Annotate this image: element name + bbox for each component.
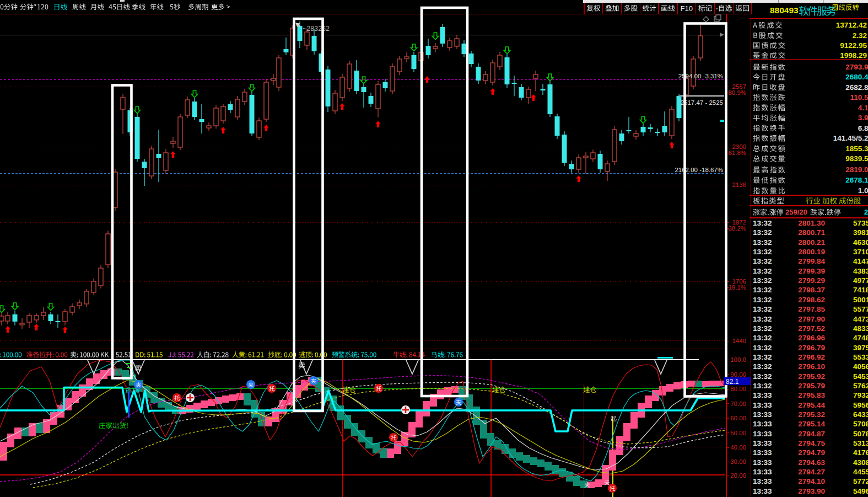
svg-text:46307: 46307 xyxy=(853,238,868,247)
svg-text:13:33: 13:33 xyxy=(753,391,772,399)
svg-text:2794.79: 2794.79 xyxy=(798,448,825,457)
svg-text:880493: 880493 xyxy=(770,6,799,15)
svg-text:2801.30: 2801.30 xyxy=(798,219,825,227)
svg-text:13:33: 13:33 xyxy=(753,487,772,495)
svg-text:259/20: 259/20 xyxy=(785,208,807,216)
svg-text:57359: 57359 xyxy=(853,219,868,227)
svg-text:2794.63: 2794.63 xyxy=(798,458,825,467)
svg-text:13:33: 13:33 xyxy=(753,477,772,485)
svg-text:13:32: 13:32 xyxy=(753,362,772,371)
svg-text:2798.62: 2798.62 xyxy=(798,296,825,304)
svg-text:61.8%: 61.8% xyxy=(728,149,746,156)
svg-text:2796.79: 2796.79 xyxy=(798,344,825,352)
svg-text:38.2%: 38.2% xyxy=(728,225,746,232)
svg-text:~283262: ~283262 xyxy=(303,25,330,33)
svg-text:41477: 41477 xyxy=(853,257,868,265)
svg-text:2819.06: 2819.06 xyxy=(845,165,868,174)
svg-text:13:32: 13:32 xyxy=(753,315,772,323)
svg-text:44555: 44555 xyxy=(853,468,868,476)
svg-text:1998.29: 1998.29 xyxy=(840,51,867,60)
svg-text:2136: 2136 xyxy=(732,181,746,188)
svg-text:40566: 40566 xyxy=(853,362,868,371)
svg-text:13:32: 13:32 xyxy=(753,267,772,275)
svg-text:2797.52: 2797.52 xyxy=(798,324,825,333)
svg-text:50013: 50013 xyxy=(853,296,868,304)
svg-text:100.0: 100.0 xyxy=(730,356,746,363)
svg-text:39755: 39755 xyxy=(853,344,868,352)
svg-text:2678.19: 2678.19 xyxy=(845,176,868,184)
svg-text:13:32: 13:32 xyxy=(753,382,772,390)
svg-text:2795.14: 2795.14 xyxy=(798,420,825,428)
svg-text:2795.79: 2795.79 xyxy=(798,382,825,390)
svg-text:2: 2 xyxy=(864,208,868,216)
svg-text:13:33: 13:33 xyxy=(753,448,772,457)
svg-text:57088: 57088 xyxy=(853,420,868,428)
svg-text:2794.75: 2794.75 xyxy=(798,439,825,447)
svg-text:2793.90: 2793.90 xyxy=(798,487,825,495)
svg-text:48333: 48333 xyxy=(853,324,868,333)
svg-text:13:33: 13:33 xyxy=(753,439,772,447)
svg-text:9122.95: 9122.95 xyxy=(840,41,867,50)
svg-text:13:33: 13:33 xyxy=(753,420,772,428)
svg-text:13:33: 13:33 xyxy=(753,410,772,419)
svg-text:44733: 44733 xyxy=(853,315,868,323)
svg-text:90.00: 90.00 xyxy=(730,371,746,378)
svg-text:13:32: 13:32 xyxy=(753,344,772,352)
svg-text:57722: 57722 xyxy=(853,477,868,485)
svg-text:43830: 43830 xyxy=(853,267,868,275)
svg-text:1855.33: 1855.33 xyxy=(845,145,868,153)
svg-text:30.00: 30.00 xyxy=(730,458,746,465)
svg-text:59566: 59566 xyxy=(853,401,868,409)
svg-text:13:33: 13:33 xyxy=(753,401,772,409)
svg-text:13:32: 13:32 xyxy=(753,324,772,333)
svg-text:2680.43: 2680.43 xyxy=(845,73,868,81)
svg-text:2799.84: 2799.84 xyxy=(798,257,825,265)
svg-text:2796.96: 2796.96 xyxy=(798,334,825,342)
svg-text:19.1%: 19.1% xyxy=(728,284,746,291)
svg-text:54966: 54966 xyxy=(853,487,868,495)
svg-text:2794.10: 2794.10 xyxy=(798,477,825,485)
svg-text:13:32: 13:32 xyxy=(753,334,772,342)
svg-text:13712.42: 13712.42 xyxy=(836,21,867,29)
svg-text:13:32: 13:32 xyxy=(753,257,772,265)
svg-text:2796.92: 2796.92 xyxy=(798,353,825,361)
svg-text:2795.32: 2795.32 xyxy=(798,410,825,419)
svg-text:2799.39: 2799.39 xyxy=(798,267,825,275)
svg-text:2682.87: 2682.87 xyxy=(845,83,868,92)
svg-text:37105: 37105 xyxy=(853,248,868,256)
svg-text:9839.54: 9839.54 xyxy=(845,154,868,163)
svg-text:13:33: 13:33 xyxy=(753,458,772,467)
svg-text:80.9%: 80.9% xyxy=(728,89,746,96)
svg-text:2796.10: 2796.10 xyxy=(798,362,825,371)
svg-text:1440: 1440 xyxy=(732,338,746,344)
svg-text:55333: 55333 xyxy=(853,353,868,361)
svg-text:3.94: 3.94 xyxy=(858,114,868,122)
svg-text:13:32: 13:32 xyxy=(753,248,772,256)
svg-text:60.00: 60.00 xyxy=(730,415,746,421)
svg-text:54533: 54533 xyxy=(853,372,868,381)
svg-text:79322: 79322 xyxy=(853,391,868,399)
svg-text:13:32: 13:32 xyxy=(753,372,772,381)
svg-text:13:32: 13:32 xyxy=(753,353,772,361)
svg-text:13:32: 13:32 xyxy=(753,296,772,304)
svg-text:2794.27: 2794.27 xyxy=(798,468,825,476)
svg-text:2797.90: 2797.90 xyxy=(798,315,825,323)
svg-text:2797.85: 2797.85 xyxy=(798,305,825,313)
svg-text:64333: 64333 xyxy=(853,410,868,419)
svg-text:2800.21: 2800.21 xyxy=(798,238,825,247)
svg-text:F10: F10 xyxy=(681,4,693,13)
svg-text:74188: 74188 xyxy=(853,286,868,294)
svg-text:2798.37: 2798.37 xyxy=(798,286,825,294)
svg-text:2799.29: 2799.29 xyxy=(798,276,825,285)
svg-text:57622: 57622 xyxy=(853,382,868,390)
svg-text:47488: 47488 xyxy=(853,334,868,342)
svg-text:39815: 39815 xyxy=(853,228,868,237)
svg-text:53133: 53133 xyxy=(853,439,868,447)
svg-text:50788: 50788 xyxy=(853,430,868,438)
svg-text:13:33: 13:33 xyxy=(753,468,772,476)
svg-text:13:32: 13:32 xyxy=(753,286,772,294)
svg-text:110.53: 110.53 xyxy=(850,93,868,101)
svg-text:2795.92: 2795.92 xyxy=(798,372,825,381)
svg-text:13:32: 13:32 xyxy=(753,276,772,285)
svg-text:13:32: 13:32 xyxy=(753,305,772,313)
